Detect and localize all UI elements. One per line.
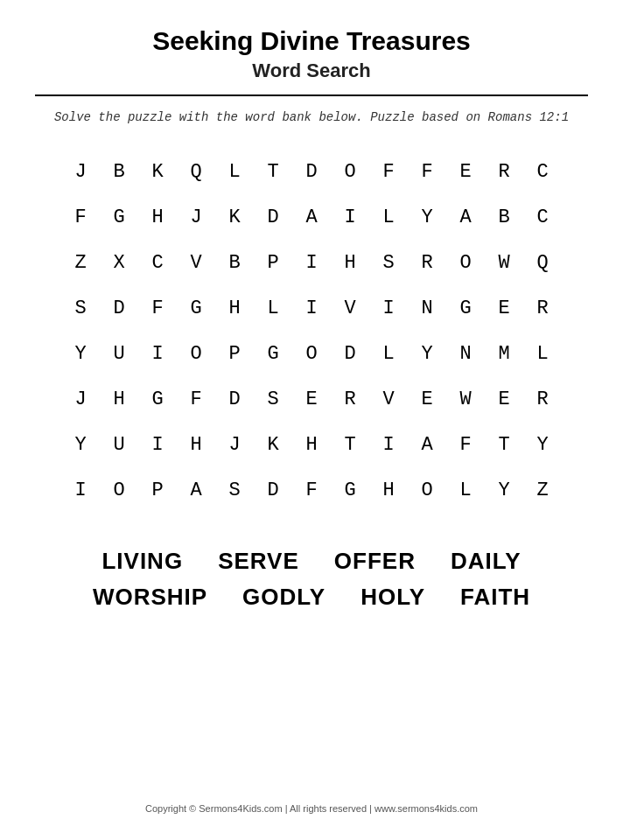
grid-cell-1-5: D: [254, 194, 292, 240]
grid-cell-1-10: A: [446, 194, 485, 240]
grid-cell-4-9: Y: [408, 331, 446, 376]
word-bank: LIVINGSERVEOFFERDAILY WORSHIPGODLYHOLYFA…: [35, 548, 588, 611]
grid-cell-6-2: I: [138, 422, 177, 467]
word-bank-item: SERVE: [218, 548, 299, 575]
instruction: Solve the puzzle with the word bank belo…: [54, 110, 569, 124]
grid-cell-1-4: K: [215, 194, 254, 240]
grid-cell-0-0: J: [61, 149, 100, 194]
grid-cell-0-5: T: [254, 149, 292, 194]
page-container: Seeking Divine Treasures Word Search Sol…: [0, 0, 623, 840]
grid-cell-4-7: D: [331, 331, 369, 376]
grid-cell-0-1: B: [100, 149, 138, 194]
grid-cell-5-0: J: [61, 376, 100, 422]
grid-cell-2-6: I: [292, 240, 331, 285]
grid-cell-5-1: H: [100, 376, 138, 422]
grid-cell-2-11: W: [485, 240, 523, 285]
grid-cell-1-7: I: [331, 194, 369, 240]
grid-cell-7-11: Y: [485, 467, 523, 513]
word-bank-item: DAILY: [451, 548, 522, 575]
word-bank-item: HOLY: [360, 584, 425, 611]
grid-cell-5-10: W: [446, 376, 485, 422]
grid-cell-6-10: F: [446, 422, 485, 467]
grid-cell-2-3: V: [177, 240, 215, 285]
grid-cell-3-3: G: [177, 285, 215, 331]
grid-cell-6-12: Y: [523, 422, 562, 467]
word-bank-item: LIVING: [102, 548, 183, 575]
grid-cell-5-7: R: [331, 376, 369, 422]
grid-cell-4-11: M: [485, 331, 523, 376]
grid-cell-1-1: G: [100, 194, 138, 240]
grid-cell-7-1: O: [100, 467, 138, 513]
grid-cell-3-0: S: [61, 285, 100, 331]
grid-cell-1-8: L: [369, 194, 408, 240]
grid-cell-7-9: O: [408, 467, 446, 513]
footer: Copyright © Sermons4Kids.com | All right…: [145, 794, 478, 822]
grid-cell-7-12: Z: [523, 467, 562, 513]
grid-cell-7-8: H: [369, 467, 408, 513]
grid-cell-0-8: F: [369, 149, 408, 194]
grid-cell-0-9: F: [408, 149, 446, 194]
grid-cell-4-6: O: [292, 331, 331, 376]
grid-cell-2-4: B: [215, 240, 254, 285]
grid-cell-4-3: O: [177, 331, 215, 376]
word-bank-row-2: WORSHIPGODLYHOLYFAITH: [93, 584, 530, 611]
grid-cell-5-9: E: [408, 376, 446, 422]
grid-cell-3-10: G: [446, 285, 485, 331]
grid-cell-4-4: P: [215, 331, 254, 376]
grid-cell-4-8: L: [369, 331, 408, 376]
grid-cell-2-5: P: [254, 240, 292, 285]
grid-cell-4-10: N: [446, 331, 485, 376]
grid-cell-1-6: A: [292, 194, 331, 240]
word-bank-item: OFFER: [334, 548, 416, 575]
grid-cell-3-8: I: [369, 285, 408, 331]
grid-cell-2-7: H: [331, 240, 369, 285]
word-bank-item: FAITH: [460, 584, 530, 611]
grid-cell-0-10: E: [446, 149, 485, 194]
grid-cell-3-1: D: [100, 285, 138, 331]
grid-cell-6-6: H: [292, 422, 331, 467]
grid-cell-3-4: H: [215, 285, 254, 331]
grid-cell-4-12: L: [523, 331, 562, 376]
word-bank-row-1: LIVINGSERVEOFFERDAILY: [102, 548, 521, 575]
sub-title: Word Search: [252, 60, 370, 82]
grid-cell-0-7: O: [331, 149, 369, 194]
grid-cell-6-5: K: [254, 422, 292, 467]
grid-cell-0-6: D: [292, 149, 331, 194]
grid-cell-2-8: S: [369, 240, 408, 285]
grid-cell-3-6: I: [292, 285, 331, 331]
grid-cell-5-2: G: [138, 376, 177, 422]
grid-cell-4-1: U: [100, 331, 138, 376]
grid-cell-7-0: I: [61, 467, 100, 513]
grid-cell-6-4: J: [215, 422, 254, 467]
grid-cell-4-0: Y: [61, 331, 100, 376]
grid-cell-7-2: P: [138, 467, 177, 513]
grid-cell-0-2: K: [138, 149, 177, 194]
grid-cell-7-3: A: [177, 467, 215, 513]
grid-cell-3-9: N: [408, 285, 446, 331]
grid-cell-5-6: E: [292, 376, 331, 422]
grid-cell-1-0: F: [61, 194, 100, 240]
grid-cell-1-9: Y: [408, 194, 446, 240]
grid-cell-0-11: R: [485, 149, 523, 194]
grid-cell-6-7: T: [331, 422, 369, 467]
grid-cell-1-11: B: [485, 194, 523, 240]
grid-cell-2-0: Z: [61, 240, 100, 285]
grid-cell-2-2: C: [138, 240, 177, 285]
word-bank-item: GODLY: [242, 584, 326, 611]
divider: [35, 94, 588, 96]
grid-cell-1-3: J: [177, 194, 215, 240]
grid-cell-5-4: D: [215, 376, 254, 422]
grid-cell-0-3: Q: [177, 149, 215, 194]
grid-cell-6-8: I: [369, 422, 408, 467]
grid-cell-5-12: R: [523, 376, 562, 422]
grid-cell-7-6: F: [292, 467, 331, 513]
grid-cell-6-9: A: [408, 422, 446, 467]
grid-cell-0-12: C: [523, 149, 562, 194]
grid-cell-6-11: T: [485, 422, 523, 467]
grid-cell-5-3: F: [177, 376, 215, 422]
grid-cell-3-2: F: [138, 285, 177, 331]
grid-cell-7-7: G: [331, 467, 369, 513]
grid-cell-2-10: O: [446, 240, 485, 285]
grid-cell-3-12: R: [523, 285, 562, 331]
grid-cell-6-3: H: [177, 422, 215, 467]
